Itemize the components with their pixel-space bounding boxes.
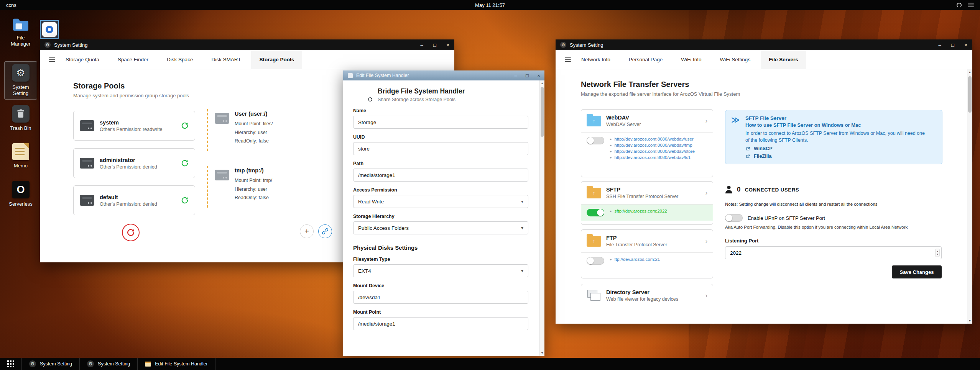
tab-disk-space[interactable]: Disk Space xyxy=(159,50,201,69)
webdav-link[interactable]: ▸http://dev.arozos.com:8080/webdav/ls1 xyxy=(610,155,695,160)
add-bridge-button[interactable]: + xyxy=(300,224,314,238)
bullet-icon: ▸ xyxy=(610,156,612,159)
winscp-link[interactable]: WinSCP xyxy=(745,146,936,151)
window-titlebar[interactable]: Edit File System Handler – □ × xyxy=(343,70,544,80)
tab-network-info[interactable]: Network Info xyxy=(573,50,618,69)
close-button[interactable]: × xyxy=(959,39,972,50)
scroll-up-icon[interactable]: ▲ xyxy=(967,69,972,75)
webdav-link[interactable]: ▸http://dev.arozos.com:8080/webdav/tmp xyxy=(610,143,695,147)
drive-icon xyxy=(80,195,94,206)
ftp-settings-row: ▸ftp://dev.arozos.com:21 xyxy=(581,252,713,269)
server-card-sftp: ↑ SFTP SSH File Transfer Protocol Server… xyxy=(581,181,713,225)
desktop-icon-trash-bin[interactable]: Trash Bin xyxy=(4,105,37,131)
webdav-link[interactable]: ▸http://dev.arozos.com:8080/webdav/user xyxy=(610,137,695,141)
taskbar-item-system-setting-1[interactable]: ⚙ System Setting xyxy=(22,358,79,370)
tab-personal-page[interactable]: Personal Page xyxy=(621,50,671,69)
sftp-link[interactable]: ▸sftp://dev.arozos.com:2022 xyxy=(610,209,667,213)
page-subtitle: Manage the exported file server interfac… xyxy=(581,91,740,97)
scrollbar-thumb[interactable] xyxy=(968,76,972,113)
ftp-link[interactable]: ▸ftp://dev.arozos.com:21 xyxy=(610,257,660,262)
tab-storage-pools[interactable]: Storage Pools xyxy=(251,50,302,69)
file-servers-window: ⚙ System Setting – □ × Network Info Pers… xyxy=(556,39,972,324)
sync-icon[interactable] xyxy=(181,159,189,167)
desktop-icon-unknown-selected[interactable] xyxy=(40,20,59,39)
sidebar-toggle-icon[interactable] xyxy=(565,57,571,62)
server-header-ftp[interactable]: ↑ FTP File Transfer Protocol Server › xyxy=(581,230,713,252)
webdav-toggle[interactable] xyxy=(587,137,604,144)
spinner-icon xyxy=(957,3,962,8)
server-header-directory[interactable]: Directory Server Web file viewer for leg… xyxy=(581,284,713,307)
mount-title: tmp (tmp:/) xyxy=(235,167,272,174)
path-input[interactable] xyxy=(353,169,528,182)
chevron-right-icon: › xyxy=(705,238,707,245)
maximize-button[interactable]: □ xyxy=(521,70,533,80)
section-heading: Physical Disks Settings xyxy=(353,244,528,251)
close-button[interactable]: × xyxy=(441,39,454,50)
ftp-toggle[interactable] xyxy=(587,257,604,265)
taskbar-item-system-setting-2[interactable]: ⚙ System Setting xyxy=(80,358,137,370)
upnp-toggle[interactable] xyxy=(725,214,743,222)
pool-card-administrator[interactable]: administrator Other's Permission: denied xyxy=(73,148,195,178)
storage-hierarchy-label: Storage Hierarchy xyxy=(353,214,528,219)
scroll-up-icon[interactable]: ▲ xyxy=(540,80,544,86)
refresh-pools-button[interactable] xyxy=(122,224,140,241)
maximize-button[interactable]: □ xyxy=(946,39,959,50)
tab-storage-quota[interactable]: Storage Quota xyxy=(58,50,107,69)
server-header-sftp[interactable]: ↑ SFTP SSH File Transfer Protocol Server… xyxy=(581,182,713,204)
sync-icon[interactable] xyxy=(181,196,189,204)
tab-file-servers[interactable]: File Servers xyxy=(761,50,806,69)
name-input[interactable] xyxy=(353,116,528,129)
sftp-toggle[interactable] xyxy=(587,209,604,216)
pool-card-default[interactable]: default Other's Permission: denied xyxy=(73,185,195,215)
minimize-button[interactable]: – xyxy=(933,39,946,50)
window-titlebar[interactable]: ⚙ System Setting – □ × xyxy=(556,39,972,50)
link-bridge-button[interactable] xyxy=(318,224,332,238)
sync-icon[interactable] xyxy=(181,122,189,129)
uuid-input[interactable] xyxy=(353,142,528,155)
close-button[interactable]: × xyxy=(533,70,544,80)
taskbar: ⚙ System Setting ⚙ System Setting Edit F… xyxy=(0,358,980,370)
number-spinner[interactable]: ▴ ▾ xyxy=(935,249,940,257)
clock: May 11 21:57 xyxy=(475,2,505,8)
storage-hierarchy-select[interactable]: Public Access Folders ▾ xyxy=(353,221,528,234)
tab-disk-smart[interactable]: Disk SMART xyxy=(203,50,249,69)
taskbar-item-edit-fsh[interactable]: Edit File System Handler xyxy=(138,358,215,370)
webdav-link[interactable]: ▸http://dev.arozos.com:8080/webdav/store xyxy=(610,149,695,154)
mount-point-input[interactable] xyxy=(353,317,528,330)
spinner-down-icon[interactable]: ▾ xyxy=(937,253,938,256)
minimize-button[interactable]: – xyxy=(510,70,521,80)
scroll-down-icon[interactable]: ▼ xyxy=(967,318,972,324)
app-launcher-button[interactable] xyxy=(0,358,21,370)
sidebar-toggle-icon[interactable] xyxy=(49,57,55,62)
mount-device-input[interactable] xyxy=(353,291,528,304)
tab-wifi-settings[interactable]: WiFi Settings xyxy=(712,50,759,69)
desktop-icon-system-setting[interactable]: ⚙ System Setting xyxy=(4,61,37,100)
scrollbar[interactable]: ▲ ▼ xyxy=(967,69,972,324)
upnp-setting: Enable UPnP on SFTP Server Port xyxy=(725,214,825,222)
filesystem-type-select[interactable]: EXT4 ▾ xyxy=(353,264,528,277)
server-header-webdav[interactable]: ↑ WebDAV WebDAV Server › xyxy=(581,110,713,132)
pool-card-system[interactable]: system Other's Permission: readwrite xyxy=(73,111,195,141)
filezilla-link[interactable]: FileZilla xyxy=(745,154,936,159)
scrollbar[interactable]: ▲ ▼ xyxy=(539,80,544,356)
spinner-up-icon[interactable]: ▴ xyxy=(937,250,938,253)
window-title: System Setting xyxy=(54,42,87,48)
webdav-folder-icon: ↑ xyxy=(587,116,601,126)
window-titlebar[interactable]: ⚙ System Setting – □ × xyxy=(40,39,454,50)
tab-wifi-info[interactable]: WiFi Info xyxy=(673,50,709,69)
scrollbar-thumb[interactable] xyxy=(541,87,544,137)
listening-port-input[interactable] xyxy=(725,246,942,259)
tab-space-finder[interactable]: Space Finder xyxy=(110,50,156,69)
access-permission-select[interactable]: Read Write ▾ xyxy=(353,195,528,208)
maximize-button[interactable]: □ xyxy=(428,39,441,50)
desktop-icon-serverless[interactable]: O Serverless xyxy=(4,181,37,207)
grid-icon xyxy=(7,360,14,367)
menu-icon[interactable] xyxy=(968,3,974,7)
desktop-icon-memo[interactable]: Memo xyxy=(4,143,37,169)
minimize-button[interactable]: – xyxy=(415,39,428,50)
directory-server-icon xyxy=(587,290,601,301)
mount-point-label: Mount Point xyxy=(353,309,528,315)
desktop-icon-file-manager[interactable]: File Manager xyxy=(4,18,37,47)
scroll-down-icon[interactable]: ▼ xyxy=(540,350,544,356)
save-changes-button[interactable]: Save Changes xyxy=(892,265,942,278)
